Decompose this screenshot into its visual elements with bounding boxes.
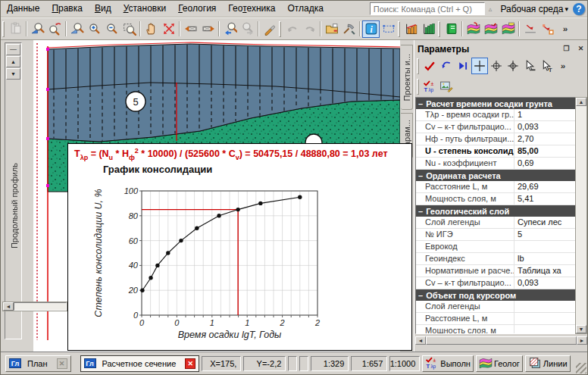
- scroll-down-button[interactable]: ▼: [6, 68, 20, 80]
- crosshair-diamond-icon[interactable]: [505, 58, 521, 74]
- grid-row[interactable]: Геоиндексlb: [416, 253, 575, 265]
- chart-orange-icon[interactable]: [402, 20, 420, 38]
- grid-row-value[interactable]: lb: [514, 253, 575, 264]
- check-red-icon[interactable]: [421, 58, 438, 74]
- zoom-out-icon[interactable]: [103, 20, 120, 38]
- close-panel-icon[interactable]: ✕: [575, 44, 586, 55]
- scroll-track[interactable]: [14, 302, 67, 311]
- grid-row-value[interactable]: Таблица ха: [514, 265, 575, 277]
- grid-row-value[interactable]: 85,00: [514, 145, 575, 157]
- grid-row-value[interactable]: 5,41: [514, 193, 575, 205]
- zoom-cancel-icon[interactable]: [46, 20, 64, 38]
- grid-row-value[interactable]: 29,69: [514, 181, 575, 192]
- grid-row[interactable]: Cv – к-т фильтрацио...0,093: [416, 121, 575, 133]
- view-tab-inactive[interactable]: ГлПлан✕: [5, 355, 71, 372]
- menu-отладка[interactable]: Отладка: [281, 1, 329, 17]
- cursor-minus-icon[interactable]: [521, 58, 538, 74]
- grid-row[interactable]: № ИГЭ5: [416, 229, 575, 241]
- node-arrow-icon[interactable]: [539, 20, 556, 38]
- menu-правка[interactable]: Правка: [45, 1, 89, 17]
- grid-section-header[interactable]: –Объект под курсором: [416, 289, 575, 301]
- scroll-down-arrow-icon[interactable]: ▼: [576, 325, 586, 333]
- layers-copy-icon[interactable]: [499, 20, 517, 38]
- grid-row[interactable]: Cv – к-т фильтрацио...0,093: [416, 277, 575, 289]
- help-icon[interactable]: ?: [573, 3, 585, 15]
- grid-row[interactable]: Слой легендыСупеси лес: [416, 217, 575, 229]
- zoom-area-icon[interactable]: [68, 20, 86, 38]
- grid-row[interactable]: U - степень консолид...85,00: [416, 145, 575, 158]
- grid-row-value[interactable]: 0,093: [514, 121, 575, 133]
- grid-section-header[interactable]: –Расчет времени осадки грунта: [416, 98, 575, 109]
- grid-row-value[interactable]: [514, 313, 575, 324]
- line-arrow-icon[interactable]: [521, 20, 539, 38]
- grid-h-scrollbar[interactable]: ◄ ►: [415, 336, 587, 348]
- layers-arrow-icon[interactable]: [464, 20, 482, 38]
- toolbar-grip[interactable]: [438, 21, 440, 37]
- collapse-icon[interactable]: –: [418, 207, 423, 216]
- tools-hammer-icon[interactable]: [340, 20, 358, 38]
- tab-projects[interactable]: Проекты и...: [401, 45, 413, 110]
- tlp-check-icon[interactable]: ±Тλр: [421, 78, 438, 95]
- grid-row-value[interactable]: 1: [514, 109, 575, 120]
- zoom-triangle-icon[interactable]: [29, 20, 46, 38]
- chevron-down-icon[interactable]: ▾: [565, 5, 573, 13]
- grid-v-scrollbar[interactable]: ▲ ▼: [575, 97, 587, 334]
- workspace-menu[interactable]: Рабочая среда: [496, 4, 565, 14]
- zoom-back-icon[interactable]: [221, 20, 239, 38]
- close-tab-icon[interactable]: ✕: [185, 358, 195, 369]
- close-tab-icon[interactable]: ✕: [57, 358, 67, 369]
- menu-геология[interactable]: Геология: [172, 1, 222, 17]
- grid-row[interactable]: Мощность слоя, м: [416, 325, 575, 334]
- cursor-t-icon[interactable]: T: [538, 58, 555, 74]
- grid-section-header[interactable]: –Ордината расчета: [416, 170, 575, 181]
- grid-row[interactable]: Слой легенды: [416, 301, 575, 313]
- resize-grip[interactable]: [576, 363, 586, 373]
- scroll-up-button[interactable]: ▲: [6, 56, 20, 67]
- grid-row[interactable]: Мощность слоя, м5,41: [416, 193, 575, 205]
- undo-blue-icon[interactable]: [438, 58, 455, 74]
- chart-green-icon[interactable]: [420, 20, 437, 38]
- grid-row[interactable]: Расстояние L, м: [416, 313, 575, 325]
- grid-row[interactable]: Расстояние L, м29,69: [416, 181, 575, 193]
- canvas-h-scrollbar[interactable]: ◄: [2, 302, 67, 311]
- zoom-rect-icon[interactable]: [120, 20, 138, 38]
- info-icon[interactable]: i: [362, 20, 380, 38]
- scroll-up-arrow-icon[interactable]: ▲: [576, 98, 586, 106]
- grid-row-value[interactable]: 5: [514, 229, 575, 240]
- grid-row-value[interactable]: [514, 301, 575, 312]
- grid-row-value[interactable]: [514, 325, 575, 334]
- collapse-button[interactable]: —: [6, 44, 20, 55]
- view-tab-active[interactable]: ГлРасчетное сечение✕: [80, 355, 200, 372]
- grid-row[interactable]: Нормативные и расче...Таблица ха: [416, 265, 575, 277]
- menu-данные[interactable]: Данные: [1, 1, 45, 17]
- crosshair-circle-icon[interactable]: [488, 58, 505, 74]
- scroll-thumb[interactable]: [426, 336, 577, 345]
- scale-right-icon[interactable]: [199, 20, 217, 38]
- grid-row[interactable]: Еврокод: [416, 241, 575, 253]
- grid-row[interactable]: Тλр - время осадки гр...1: [416, 109, 575, 121]
- grid-section-header[interactable]: –Геологический слой: [416, 205, 575, 217]
- toggle-выполн[interactable]: ±ТλрВыполн: [422, 355, 474, 372]
- book-icon[interactable]: [443, 20, 460, 38]
- grid-row-value[interactable]: 0,093: [514, 277, 575, 289]
- menu-вид[interactable]: Вид: [89, 1, 117, 17]
- step-next-icon[interactable]: [455, 58, 471, 74]
- float-panel-icon[interactable]: ❐: [561, 44, 572, 55]
- grid-row-value[interactable]: Супеси лес: [514, 217, 575, 228]
- toggle-линии[interactable]: Линии: [525, 355, 571, 372]
- scroll-left-arrow-icon[interactable]: ◄: [3, 302, 14, 311]
- toolbar-grip[interactable]: [398, 21, 400, 37]
- scroll-left-arrow-icon[interactable]: ◄: [415, 336, 426, 345]
- pan-hand-icon[interactable]: [142, 20, 160, 38]
- collapse-icon[interactable]: –: [418, 291, 423, 300]
- grid-row[interactable]: Нф - путь фильтраци...2,70: [416, 133, 575, 145]
- overflow-icon[interactable]: »: [556, 20, 574, 38]
- overflow-icon[interactable]: »: [555, 58, 571, 74]
- scroll-right-arrow-icon[interactable]: ►: [577, 336, 587, 345]
- toolbar-grip[interactable]: [417, 58, 419, 74]
- search-options-icon[interactable]: ▵: [485, 5, 496, 13]
- collapse-icon[interactable]: –: [418, 171, 423, 180]
- toolbar-grip[interactable]: [417, 79, 419, 95]
- grid-row[interactable]: Nu - коэффициент0,69: [416, 158, 575, 170]
- refresh-brush-icon[interactable]: [261, 20, 278, 38]
